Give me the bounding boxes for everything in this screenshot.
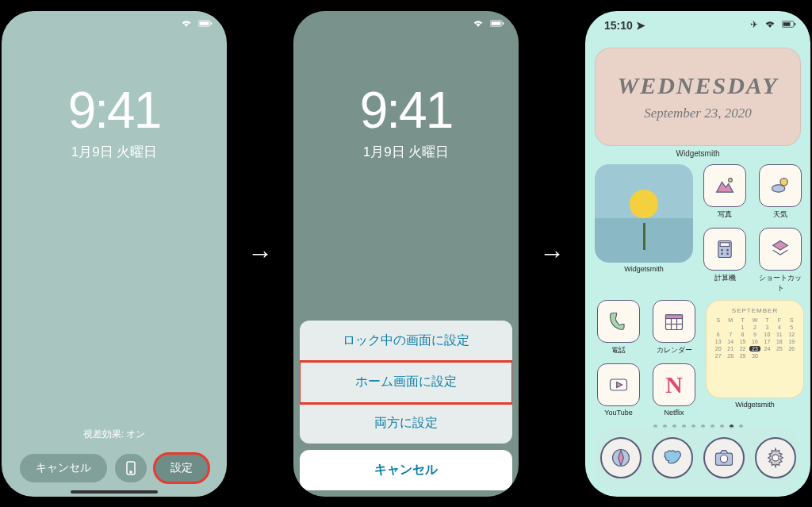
youtube-app[interactable] bbox=[597, 363, 640, 406]
svg-rect-1 bbox=[200, 21, 209, 25]
safari-app[interactable] bbox=[600, 437, 642, 478]
svg-rect-6 bbox=[492, 21, 501, 25]
svg-point-28 bbox=[720, 455, 727, 462]
netflix-app[interactable]: N bbox=[653, 363, 695, 406]
date-widget[interactable]: WEDNESDAY September 23, 2020 bbox=[595, 48, 801, 146]
arrow-icon: → bbox=[247, 239, 273, 268]
widget-day: WEDNESDAY bbox=[617, 72, 778, 99]
svg-rect-9 bbox=[783, 22, 791, 26]
widget-date: September 23, 2020 bbox=[644, 106, 752, 121]
bird-icon bbox=[661, 447, 684, 469]
status-bar: ✈ bbox=[750, 19, 796, 30]
calendar-grid: SMTWTFS 12345 6789101112 13141516171819 … bbox=[713, 317, 797, 359]
settings-app[interactable] bbox=[755, 437, 796, 478]
set-lock-screen-option[interactable]: ロック中の画面に設定 bbox=[300, 321, 512, 362]
home-indicator bbox=[71, 490, 158, 494]
cancel-button[interactable]: キャンセル bbox=[20, 454, 107, 482]
button-row: キャンセル 設定 bbox=[2, 454, 227, 482]
location-icon: ➤ bbox=[636, 19, 645, 32]
compass-icon bbox=[610, 447, 632, 469]
calculator-app[interactable] bbox=[703, 228, 746, 271]
arrow-icon: → bbox=[539, 239, 565, 268]
wallpaper-preview-screen: 9:41 1月9日 火曜日 視差効果: オン キャンセル 設定 bbox=[2, 11, 227, 497]
svg-point-12 bbox=[780, 178, 787, 185]
svg-rect-15 bbox=[720, 242, 730, 246]
calendar-widget[interactable]: SEPTEMBER SMTWTFS 12345 6789101112 13141… bbox=[706, 300, 804, 398]
status-bar bbox=[471, 19, 504, 28]
camera-app[interactable] bbox=[703, 437, 745, 478]
svg-point-30 bbox=[772, 454, 778, 460]
flower-icon bbox=[630, 190, 658, 218]
airplane-icon: ✈ bbox=[750, 19, 758, 30]
layers-icon bbox=[769, 238, 791, 260]
svg-point-19 bbox=[726, 252, 729, 255]
dock bbox=[595, 427, 801, 489]
home-row-2: 電話 カレンダー YouTube N Netflix SE bbox=[585, 300, 810, 417]
set-button[interactable]: 設定 bbox=[155, 454, 209, 482]
svg-rect-7 bbox=[503, 22, 504, 25]
battery-icon bbox=[782, 20, 796, 29]
photo-widget-label: Widgetsmith bbox=[595, 265, 693, 273]
wifi-icon bbox=[763, 20, 777, 29]
twitter-app[interactable] bbox=[652, 437, 693, 478]
wifi-icon bbox=[471, 19, 485, 28]
action-sheet-cancel[interactable]: キャンセル bbox=[300, 450, 512, 490]
weather-icon bbox=[769, 175, 791, 197]
wifi-icon bbox=[179, 19, 193, 28]
calendar-grid-icon bbox=[663, 310, 685, 332]
calendar-month: SEPTEMBER bbox=[713, 307, 797, 314]
weather-app[interactable] bbox=[759, 164, 802, 207]
status-bar bbox=[179, 19, 213, 28]
phone-handset-icon bbox=[607, 310, 630, 332]
home-screen: 15:10 ➤ ✈ WEDNESDAY September 23, 2020 W… bbox=[585, 11, 810, 497]
calendar-widget-label: Widgetsmith bbox=[706, 401, 804, 409]
svg-point-11 bbox=[729, 178, 733, 182]
lock-time: 9:41 bbox=[2, 81, 227, 140]
lock-date: 1月9日 火曜日 bbox=[293, 143, 519, 161]
widget-label: Widgetsmith bbox=[585, 149, 810, 158]
phone-icon bbox=[125, 461, 136, 475]
photo-widget[interactable] bbox=[595, 164, 693, 263]
svg-point-13 bbox=[772, 184, 785, 191]
lock-time: 9:41 bbox=[293, 81, 519, 140]
action-sheet-group: ロック中の画面に設定 ホーム画面に設定 両方に設定 bbox=[300, 321, 512, 444]
calculator-icon bbox=[714, 238, 736, 260]
svg-rect-10 bbox=[795, 23, 796, 25]
svg-point-17 bbox=[726, 248, 729, 251]
phone-app[interactable] bbox=[597, 300, 640, 343]
camera-icon bbox=[713, 447, 735, 469]
svg-point-4 bbox=[130, 471, 132, 473]
device-preview-button[interactable] bbox=[115, 454, 147, 482]
calendar-app[interactable] bbox=[653, 300, 695, 343]
battery-icon bbox=[490, 19, 504, 28]
status-time: 15:10 ➤ bbox=[604, 19, 645, 32]
svg-point-16 bbox=[721, 248, 723, 251]
mountain-icon bbox=[714, 175, 736, 197]
svg-point-18 bbox=[721, 252, 723, 255]
action-sheet: ロック中の画面に設定 ホーム画面に設定 両方に設定 キャンセル bbox=[300, 321, 512, 490]
gear-icon bbox=[764, 447, 787, 469]
home-row-1: Widgetsmith 写真 天気 計算機 bbox=[585, 164, 810, 294]
wallpaper-actionsheet-screen: 9:41 1月9日 火曜日 ロック中の画面に設定 ホーム画面に設定 両方に設定 … bbox=[293, 11, 519, 497]
set-home-screen-option[interactable]: ホーム画面に設定 bbox=[300, 362, 512, 403]
lock-date: 1月9日 火曜日 bbox=[2, 143, 227, 161]
perspective-label: 視差効果: オン bbox=[2, 428, 227, 441]
svg-rect-21 bbox=[666, 314, 683, 318]
battery-icon bbox=[198, 19, 213, 28]
shortcuts-app[interactable] bbox=[759, 228, 802, 271]
play-icon bbox=[607, 374, 630, 396]
photos-app[interactable] bbox=[703, 164, 746, 207]
set-both-option[interactable]: 両方に設定 bbox=[300, 403, 512, 444]
svg-rect-2 bbox=[211, 22, 213, 25]
